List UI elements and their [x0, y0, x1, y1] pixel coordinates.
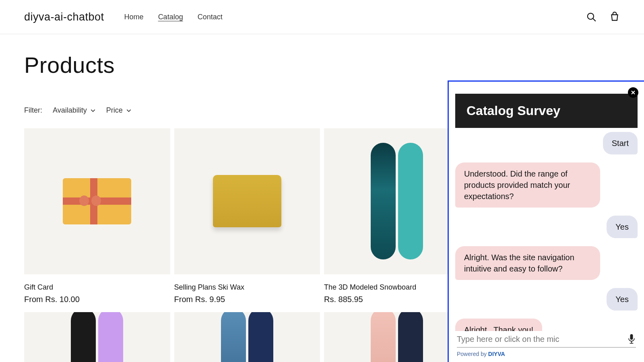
filter-price-label: Price: [106, 106, 123, 115]
chat-widget: Catalog Survey Start Understood. Did the…: [448, 80, 644, 362]
close-icon: [631, 90, 636, 95]
chat-title: Catalog Survey: [455, 94, 638, 128]
chat-msg-bot: Alright. Was the site navigation intuiti…: [455, 246, 600, 280]
filter-label: Filter:: [24, 106, 42, 115]
nav-catalog[interactable]: Catalog: [158, 13, 183, 21]
product-image: [24, 312, 170, 362]
chat-close-button[interactable]: [628, 87, 638, 98]
svg-point-0: [588, 13, 594, 19]
filter-availability-label: Availability: [53, 106, 87, 115]
product-price: From Rs. 10.00: [24, 295, 170, 304]
chat-messages: Start Understood. Did the range of produ…: [449, 128, 644, 331]
brand-logo[interactable]: diyva-ai-chatbot: [24, 11, 104, 23]
header-icons: [586, 12, 620, 22]
product-card[interactable]: Selling Plans Ski Wax From Rs. 9.95: [174, 128, 320, 304]
chat-text-input[interactable]: [457, 335, 627, 344]
chat-msg-user: Start: [603, 132, 638, 154]
site-header: diyva-ai-chatbot Home Catalog Contact: [0, 0, 644, 34]
chat-msg-user: Yes: [607, 288, 638, 311]
product-card[interactable]: [174, 312, 320, 362]
nav-home[interactable]: Home: [124, 13, 144, 21]
filter-price[interactable]: Price: [106, 106, 132, 115]
cart-icon[interactable]: [609, 12, 620, 22]
product-price: From Rs. 9.95: [174, 295, 320, 304]
search-icon[interactable]: [586, 12, 597, 22]
chat-footer-prefix: Powered by: [457, 351, 488, 357]
chat-msg-bot: Alright . Thank you!: [455, 319, 542, 331]
product-title: Selling Plans Ski Wax: [174, 283, 320, 292]
filter-availability[interactable]: Availability: [53, 106, 96, 115]
product-card[interactable]: Gift Card From Rs. 10.00: [24, 128, 170, 304]
chat-footer: Powered by DIYVA: [449, 348, 644, 362]
main-nav: Home Catalog Contact: [124, 13, 223, 21]
mic-icon[interactable]: [627, 333, 636, 345]
svg-line-1: [593, 19, 596, 21]
product-title: Gift Card: [24, 283, 170, 292]
chat-msg-user: Yes: [607, 216, 638, 238]
product-image: [174, 312, 320, 362]
chat-footer-brand[interactable]: DIYVA: [488, 351, 505, 357]
svg-rect-2: [630, 334, 633, 340]
chevron-down-icon: [126, 108, 132, 113]
product-card[interactable]: [24, 312, 170, 362]
chevron-down-icon: [90, 108, 96, 113]
product-image: [174, 128, 320, 274]
nav-contact[interactable]: Contact: [198, 13, 223, 21]
page-title: Products: [24, 52, 620, 78]
product-image: [24, 128, 170, 274]
chat-input-row: [449, 331, 644, 348]
chat-msg-bot: Understood. Did the range of products pr…: [455, 162, 600, 208]
